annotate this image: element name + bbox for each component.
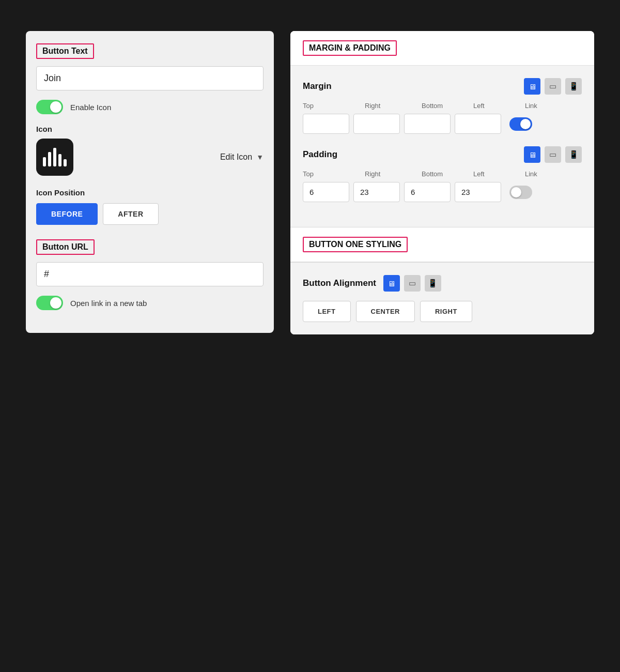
icon-preview	[36, 139, 73, 176]
left-align-button[interactable]: LEFT	[303, 301, 351, 322]
position-buttons: BEFORE AFTER	[36, 203, 264, 225]
padding-right-input[interactable]	[353, 182, 400, 202]
padding-top-input[interactable]	[303, 182, 349, 202]
margin-fields-header: Top Right Bottom Left Link	[303, 102, 582, 110]
padding-left-col: Left	[473, 170, 525, 178]
left-panel: Button Text Enable Icon Icon	[26, 31, 274, 333]
padding-row-label: Padding 🖥 ▭ 📱	[303, 146, 582, 163]
edit-icon-label: Edit Icon	[220, 152, 252, 162]
margin-right-input[interactable]	[353, 114, 400, 134]
margin-desktop-icon[interactable]: 🖥	[524, 78, 540, 95]
padding-label: Padding	[303, 149, 337, 160]
margin-padding-body: Margin 🖥 ▭ 📱 Top Right Bottom Left Link	[290, 66, 594, 227]
after-button[interactable]: AFTER	[103, 203, 158, 225]
margin-top-input[interactable]	[303, 114, 349, 134]
alignment-section: Button Alignment 🖥 ▭ 📱 LEFT CENTER RIGHT	[290, 263, 594, 334]
bar4	[58, 154, 61, 166]
margin-right-col: Right	[365, 102, 422, 110]
padding-device-icons: 🖥 ▭ 📱	[524, 146, 582, 163]
margin-mobile-icon[interactable]: 📱	[565, 78, 582, 95]
margin-padding-header-section: MARGIN & PADDING	[290, 31, 594, 66]
padding-bottom-input[interactable]	[404, 182, 451, 202]
chevron-down-icon: ▼	[256, 153, 264, 161]
right-align-button[interactable]: RIGHT	[420, 301, 472, 322]
margin-row-label: Margin 🖥 ▭ 📱	[303, 78, 582, 95]
bar2	[48, 152, 51, 166]
padding-link-toggle[interactable]	[509, 186, 532, 199]
padding-fields-header: Top Right Bottom Left Link	[303, 170, 582, 178]
align-mobile-icon[interactable]: 📱	[425, 275, 441, 292]
before-button[interactable]: BEFORE	[36, 203, 98, 225]
bar5	[64, 159, 67, 166]
margin-bottom-input[interactable]	[404, 114, 451, 134]
panels-container: Button Text Enable Icon Icon	[26, 31, 594, 334]
padding-tablet-icon[interactable]: ▭	[545, 146, 561, 163]
margin-fields-row	[303, 114, 582, 134]
button-text-label: Button Text	[36, 43, 94, 59]
margin-link-col: Link	[525, 102, 566, 110]
bar1	[43, 157, 46, 166]
center-align-button[interactable]: CENTER	[356, 301, 415, 322]
bar3	[53, 148, 56, 166]
button-url-label: Button URL	[36, 239, 95, 255]
margin-link-toggle[interactable]	[509, 117, 532, 131]
padding-bottom-col: Bottom	[422, 170, 473, 178]
align-tablet-icon[interactable]: ▭	[404, 275, 421, 292]
right-panel: MARGIN & PADDING Margin 🖥 ▭ 📱 Top Right …	[290, 31, 594, 334]
padding-top-col: Top	[303, 170, 365, 178]
margin-device-icons: 🖥 ▭ 📱	[524, 78, 582, 95]
align-desktop-icon[interactable]: 🖥	[383, 275, 400, 292]
open-link-row: Open link in a new tab	[36, 296, 264, 310]
padding-left-input[interactable]	[455, 182, 501, 202]
padding-mobile-icon[interactable]: 📱	[565, 146, 582, 163]
bars-icon	[43, 148, 67, 166]
alignment-buttons: LEFT CENTER RIGHT	[303, 301, 582, 322]
margin-label: Margin	[303, 81, 332, 91]
padding-right-col: Right	[365, 170, 422, 178]
margin-padding-label: MARGIN & PADDING	[303, 40, 397, 56]
open-link-label: Open link in a new tab	[70, 299, 147, 308]
button-alignment-label: Button Alignment	[303, 278, 376, 288]
icon-position-label: Icon Position	[36, 188, 264, 197]
icon-row: Edit Icon ▼	[36, 139, 264, 176]
padding-fields-row	[303, 182, 582, 202]
enable-icon-row: Enable Icon	[36, 100, 264, 114]
padding-desktop-icon[interactable]: 🖥	[524, 146, 540, 163]
margin-tablet-icon[interactable]: ▭	[545, 78, 561, 95]
button-styling-label: BUTTON ONE STYLING	[303, 237, 408, 252]
alignment-device-icons: 🖥 ▭ 📱	[383, 275, 441, 292]
open-link-toggle[interactable]	[36, 296, 63, 310]
margin-left-input[interactable]	[455, 114, 501, 134]
enable-icon-label: Enable Icon	[70, 103, 111, 112]
icon-label: Icon	[36, 125, 264, 133]
button-styling-header-section: BUTTON ONE STYLING	[290, 227, 594, 262]
edit-icon-button[interactable]: Edit Icon ▼	[220, 152, 264, 162]
margin-bottom-col: Bottom	[422, 102, 473, 110]
margin-top-col: Top	[303, 102, 365, 110]
enable-icon-toggle[interactable]	[36, 100, 63, 114]
padding-link-col: Link	[525, 170, 566, 178]
alignment-row: Button Alignment 🖥 ▭ 📱	[303, 275, 582, 292]
button-url-input[interactable]	[36, 262, 264, 286]
button-text-input[interactable]	[36, 66, 264, 90]
margin-left-col: Left	[473, 102, 525, 110]
